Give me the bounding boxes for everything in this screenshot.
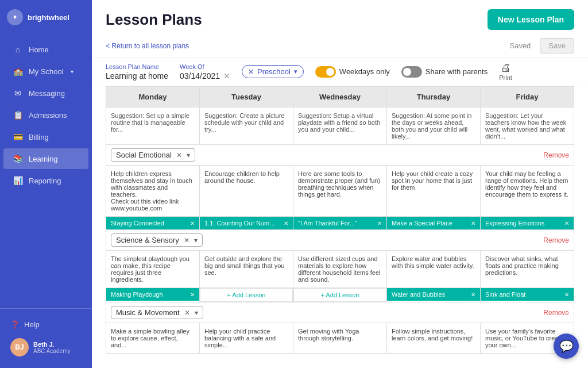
week-date-value[interactable]: 03/14/2021 — [180, 71, 220, 80]
section-tag-close-0[interactable]: ✕ — [176, 151, 182, 159]
sidebar-item-learning[interactable]: 📚 Learning — [3, 148, 88, 169]
section-remove-1[interactable]: Remove — [543, 236, 569, 244]
user-school: ABC Academy — [33, 348, 70, 354]
lesson-tag-close-0-0[interactable]: ✕ — [190, 220, 195, 227]
new-lesson-button[interactable]: New Lesson Plan — [488, 9, 574, 30]
add-lesson-label-1-1: + Add Lesson — [227, 292, 266, 298]
content-cell-0-0[interactable]: Help children express themselves and sta… — [106, 166, 200, 217]
sidebar-label-messaging: Messaging — [29, 89, 65, 98]
lesson-name-value[interactable]: Learning at home — [106, 71, 168, 80]
share-toggle-switch[interactable] — [401, 66, 422, 78]
lesson-tag-0-3[interactable]: Make a Special Place✕ — [387, 217, 480, 229]
suggestion-wed: Suggestion: Setup a virtual playdate wit… — [293, 108, 387, 145]
col-monday: Monday — [106, 87, 200, 108]
sidebar-item-myschool[interactable]: 🏫 My School ▾ — [3, 61, 88, 82]
sidebar-item-reporting[interactable]: 📊 Reporting — [3, 170, 88, 191]
saved-label: Saved — [509, 41, 531, 50]
page-header: Lesson Plans New Lesson Plan — [92, 0, 588, 34]
lesson-tag-text-0-2: "I Am Thankful For..." — [298, 220, 373, 227]
learning-icon: 📚 — [13, 154, 23, 163]
home-icon: ⌂ — [13, 45, 23, 54]
sidebar-item-billing[interactable]: 💳 Billing — [3, 126, 88, 147]
sidebar-item-admissions[interactable]: 📋 Admissions — [3, 105, 88, 125]
lesson-tag-close-0-3[interactable]: ✕ — [471, 220, 475, 227]
content-cell-2-0[interactable]: Make a simple bowling alley to explore c… — [106, 323, 200, 354]
section-tag-arrow-0[interactable]: ▾ — [187, 151, 190, 159]
lesson-tag-close-1-0[interactable]: ✕ — [190, 292, 195, 298]
add-lesson-label-1-2: + Add Lesson — [321, 292, 359, 298]
sidebar-nav: ⌂ Home 🏫 My School ▾ ✉ Messaging 📋 Admis… — [0, 34, 92, 308]
content-cell-1-0[interactable]: The simplest playdough you can make, thi… — [106, 251, 200, 288]
lesson-tag-text-1-3: Water and Bubbles — [392, 291, 466, 298]
print-label: Print — [499, 74, 512, 81]
section-tag-arrow-2[interactable]: ▾ — [195, 309, 198, 317]
chat-bubble[interactable]: 💬 — [554, 334, 579, 359]
lesson-tag-close-0-1[interactable]: ✕ — [284, 220, 288, 227]
content-cell-1-3[interactable]: Explore water and bubbles with this simp… — [387, 251, 481, 288]
content-cell-0-1[interactable]: Encourage children to help around the ho… — [200, 166, 293, 217]
section-header-row-1: Science & Sensory ✕ ▾ Remove — [106, 230, 574, 251]
content-cell-1-2[interactable]: Use different sized cups and materials t… — [293, 251, 387, 288]
weekdays-toggle-switch[interactable] — [315, 66, 336, 78]
lesson-tag-1-2[interactable]: + Add Lesson — [293, 288, 386, 302]
lesson-tag-close-0-2[interactable]: ✕ — [377, 220, 382, 227]
sidebar-user[interactable]: BJ Beth J. ABC Academy — [7, 334, 85, 361]
col-tuesday: Tuesday — [200, 87, 293, 108]
sidebar-item-messaging[interactable]: ✉ Messaging — [3, 83, 88, 103]
lesson-tag-1-3[interactable]: Water and Bubbles✕ — [387, 288, 480, 301]
section-tag-2: Music & Movement ✕ ▾ — [111, 306, 203, 319]
print-button[interactable]: 🖨 Print — [499, 62, 512, 81]
lesson-tag-1-4[interactable]: Sink and Float✕ — [481, 288, 574, 301]
lesson-tag-0-4[interactable]: Expressing Emotions✕ — [481, 217, 574, 229]
content-cell-0-4[interactable]: Your child may be feeling a range of emo… — [481, 166, 574, 217]
lesson-tag-text-0-3: Make a Special Place — [392, 220, 466, 227]
lesson-tag-close-1-3[interactable]: ✕ — [471, 292, 475, 298]
save-button[interactable]: Save — [540, 38, 574, 53]
section-tag-arrow-1[interactable]: ▾ — [194, 236, 198, 244]
sidebar-item-home[interactable]: ⌂ Home — [3, 39, 88, 60]
content-cell-2-2[interactable]: Get moving with Yoga through storytellin… — [293, 323, 387, 354]
sidebar-item-help[interactable]: ❓ Help — [7, 316, 85, 334]
week-date-wrap: 03/14/2021 ✕ — [180, 71, 230, 80]
content-cell-1-1[interactable]: Get outside and explore the big and smal… — [200, 251, 293, 288]
reporting-icon: 📊 — [13, 176, 23, 185]
section-remove-2[interactable]: Remove — [543, 309, 569, 317]
lesson-tag-0-2[interactable]: "I Am Thankful For..."✕ — [293, 217, 386, 229]
lesson-tag-1-0[interactable]: Making Playdough✕ — [106, 288, 199, 301]
back-link[interactable]: < Return to all lesson plans — [106, 42, 500, 50]
section-remove-0[interactable]: Remove — [543, 151, 569, 159]
lesson-tag-cell-0-1: 1.1: Counting Our Numbers✕ — [200, 217, 293, 230]
lesson-tag-cell-0-3: Make a Special Place✕ — [387, 217, 481, 230]
col-wednesday: Wednesday — [293, 87, 387, 108]
lesson-tag-1-1[interactable]: + Add Lesson — [200, 288, 293, 302]
section-tag-close-1[interactable]: ✕ — [184, 236, 189, 244]
content-cell-1-4[interactable]: Discover what sinks, what floats and pra… — [481, 251, 574, 288]
share-toggle: Share with parents — [401, 66, 488, 78]
section-tag-close-2[interactable]: ✕ — [184, 309, 190, 317]
lesson-tag-text-0-0: Staying Connected — [111, 220, 185, 227]
lesson-tag-row-1: Making Playdough✕+ Add Lesson+ Add Lesso… — [106, 288, 574, 302]
billing-icon: 💳 — [13, 132, 23, 141]
tag-remove-icon[interactable]: ✕ — [248, 68, 254, 76]
section-header-row-2: Music & Movement ✕ ▾ Remove — [106, 302, 574, 323]
sidebar-label-help: Help — [24, 320, 40, 329]
lesson-tag-close-1-4[interactable]: ✕ — [564, 292, 569, 298]
content-cell-2-3[interactable]: Follow simple instructions, learn colors… — [387, 323, 481, 354]
messaging-icon: ✉ — [13, 89, 23, 98]
lesson-tag-cell-1-0: Making Playdough✕ — [106, 288, 200, 302]
share-label: Share with parents — [425, 67, 488, 76]
tag-dropdown-icon[interactable]: ▾ — [294, 68, 297, 75]
date-clear-icon[interactable]: ✕ — [223, 71, 230, 80]
lesson-tag-0-1[interactable]: 1.1: Counting Our Numbers✕ — [200, 217, 293, 229]
weekdays-label: Weekdays only — [339, 67, 390, 76]
chat-icon: 💬 — [559, 339, 574, 353]
sidebar-label-admissions: Admissions — [29, 111, 67, 120]
lesson-tag-0-0[interactable]: Staying Connected✕ — [106, 217, 199, 229]
content-cell-0-3[interactable]: Help your child create a cozy spot in yo… — [387, 166, 481, 217]
section-header-inner-0: Social Emotional ✕ ▾ Remove — [106, 145, 574, 165]
main-content: Lesson Plans New Lesson Plan < Return to… — [92, 0, 588, 368]
content-cell-2-1[interactable]: Help your child practice balancing with … — [200, 323, 293, 354]
content-cell-0-2[interactable]: Here are some tools to demonstrate prope… — [293, 166, 387, 217]
suggestion-thu: Suggestion: At some point in the days or… — [387, 108, 481, 145]
lesson-tag-close-0-4[interactable]: ✕ — [564, 220, 569, 227]
